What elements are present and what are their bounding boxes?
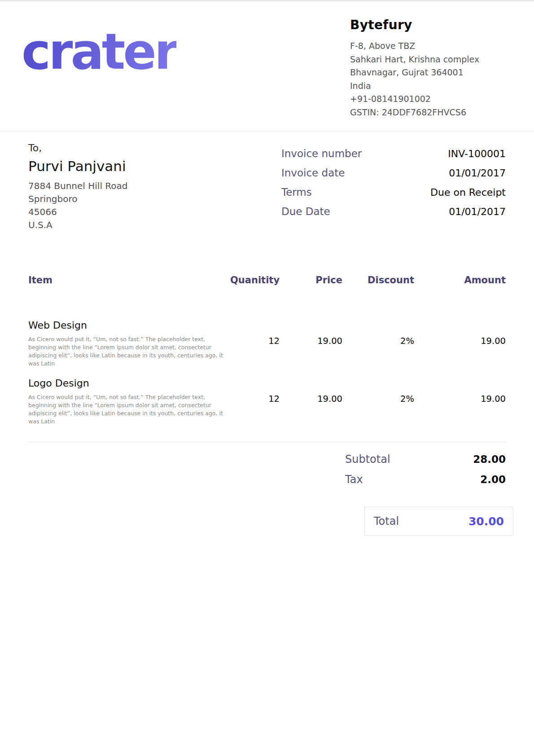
subtotal-label: Subtotal: [345, 453, 390, 466]
to-label: To,: [28, 142, 244, 154]
item-description: As Cicero would put it, “Um, not so fast…: [28, 393, 228, 426]
invoice-header: crater Bytefury F-8, Above TBZ Sahkari H…: [0, 1, 534, 132]
company-name: Bytefury: [350, 18, 503, 32]
tax-row: Tax 2.00: [345, 473, 506, 486]
company-address-line: Bhavnagar, Gujrat 364001: [350, 66, 503, 79]
customer-address-line: U.S.A: [28, 219, 244, 232]
grand-total-box: Total 30.00: [364, 507, 513, 536]
terms-value: Due on Receipt: [430, 187, 506, 198]
company-address-line: India: [350, 79, 503, 93]
item-discount: 2%: [342, 320, 414, 368]
invoice-number-row: Invoice number INV-100001: [281, 148, 506, 159]
invoice-number-label: Invoice number: [281, 148, 362, 159]
item-quantity: 12: [230, 378, 280, 426]
crater-logo: crater: [22, 25, 176, 131]
terms-row: Terms Due on Receipt: [281, 186, 506, 198]
invoice-date-label: Invoice date: [281, 167, 345, 179]
due-date-value: 01/01/2017: [449, 206, 506, 217]
item-cell: Logo Design As Cicero would put it, “Um,…: [28, 378, 230, 426]
subtotal-row: Subtotal 28.00: [345, 453, 506, 466]
item-quantity: 12: [230, 320, 280, 368]
invoice-date-row: Invoice date 01/01/2017: [281, 167, 506, 179]
invoice-document: crater Bytefury F-8, Above TBZ Sahkari H…: [0, 0, 534, 756]
tax-label: Tax: [345, 473, 363, 486]
company-gstin: GSTIN: 24DDF7682FHVCS6: [350, 106, 503, 119]
column-header-discount: Discount: [342, 275, 414, 288]
invoice-date-value: 01/01/2017: [449, 167, 506, 179]
company-phone: +91-08141901002: [350, 92, 503, 106]
company-address-line: F-8, Above TBZ: [350, 40, 503, 53]
item-discount: 2%: [342, 378, 414, 426]
item-amount: 19.00: [414, 320, 506, 368]
subtotal-value: 28.00: [473, 453, 506, 465]
customer-name: Purvi Panjvani: [28, 158, 244, 174]
company-address-block: Bytefury F-8, Above TBZ Sahkari Hart, Kr…: [350, 18, 503, 131]
company-address-line: Sahkari Hart, Krishna complex: [350, 53, 503, 66]
due-date-label: Due Date: [281, 206, 330, 217]
column-header-amount: Amount: [414, 275, 506, 288]
customer-address-line: 7884 Bunnel Hill Road: [28, 180, 244, 193]
total-value: 30.00: [468, 515, 504, 528]
totals-section: Subtotal 28.00 Tax 2.00 Total 30.00: [0, 453, 534, 536]
column-header-price: Price: [280, 275, 342, 288]
item-price: 19.00: [280, 320, 342, 368]
item-price: 19.00: [280, 378, 342, 426]
customer-address-line: Springboro: [28, 193, 244, 206]
total-label: Total: [374, 515, 399, 527]
items-table: Item Quanitity Price Discount Amount Web…: [0, 275, 534, 426]
tax-value: 2.00: [480, 474, 506, 485]
item-name: Logo Design: [28, 378, 230, 389]
invoice-meta-block: Invoice number INV-100001 Invoice date 0…: [281, 148, 506, 232]
column-header-quantity: Quanitity: [230, 275, 280, 288]
billing-section: To, Purvi Panjvani 7884 Bunnel Hill Road…: [0, 142, 534, 232]
item-cell: Web Design As Cicero would put it, “Um, …: [28, 320, 230, 368]
item-name: Web Design: [28, 320, 230, 331]
totals-divider: [28, 442, 506, 442]
table-row: Logo Design As Cicero would put it, “Um,…: [28, 378, 506, 426]
table-row: Web Design As Cicero would put it, “Um, …: [28, 320, 506, 368]
item-amount: 19.00: [414, 378, 506, 426]
items-table-header: Item Quanitity Price Discount Amount: [28, 275, 506, 288]
column-header-item: Item: [28, 275, 230, 288]
item-description: As Cicero would put it, “Um, not so fast…: [28, 335, 228, 368]
customer-address-line: 45066: [28, 206, 244, 219]
bill-to-block: To, Purvi Panjvani 7884 Bunnel Hill Road…: [28, 142, 244, 232]
due-date-row: Due Date 01/01/2017: [281, 206, 506, 217]
terms-label: Terms: [281, 186, 312, 198]
invoice-number-value: INV-100001: [448, 148, 506, 159]
